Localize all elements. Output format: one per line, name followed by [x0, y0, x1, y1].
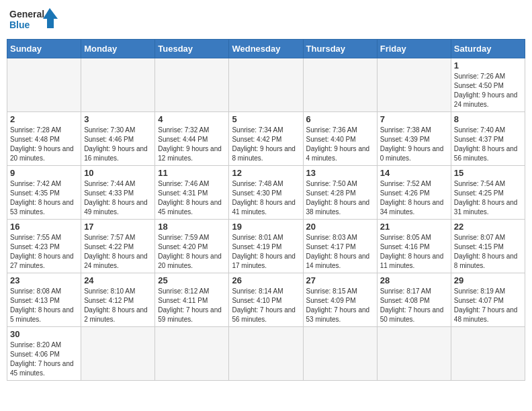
- day-info: Sunrise: 7:50 AM Sunset: 4:28 PM Dayligh…: [306, 179, 374, 217]
- day-info: Sunrise: 8:03 AM Sunset: 4:17 PM Dayligh…: [306, 233, 374, 271]
- calendar-cell: 9Sunrise: 7:42 AM Sunset: 4:35 PM Daylig…: [7, 166, 81, 220]
- calendar-body: 1Sunrise: 7:26 AM Sunset: 4:50 PM Daylig…: [7, 58, 525, 381]
- day-number: 2: [10, 114, 78, 124]
- day-number: 12: [232, 168, 300, 178]
- day-number: 1: [454, 60, 522, 71]
- header-day: Friday: [377, 40, 451, 58]
- day-number: 24: [84, 275, 152, 285]
- day-number: 18: [158, 222, 226, 232]
- calendar-cell: 25Sunrise: 8:12 AM Sunset: 4:11 PM Dayli…: [155, 273, 229, 327]
- calendar-cell: [303, 58, 377, 112]
- day-number: 29: [454, 275, 522, 285]
- calendar-cell: 30Sunrise: 8:20 AM Sunset: 4:06 PM Dayli…: [7, 327, 81, 381]
- calendar-cell: 18Sunrise: 7:59 AM Sunset: 4:20 PM Dayli…: [155, 220, 229, 273]
- calendar-cell: 26Sunrise: 8:14 AM Sunset: 4:10 PM Dayli…: [229, 273, 303, 327]
- calendar-cell: 17Sunrise: 7:57 AM Sunset: 4:22 PM Dayli…: [81, 220, 155, 273]
- day-number: 26: [232, 275, 300, 285]
- day-number: 21: [380, 222, 448, 232]
- svg-text:General: General: [9, 9, 44, 19]
- calendar-week: 23Sunrise: 8:08 AM Sunset: 4:13 PM Dayli…: [7, 273, 525, 327]
- day-number: 19: [232, 222, 300, 232]
- calendar-cell: 29Sunrise: 8:19 AM Sunset: 4:07 PM Dayli…: [451, 273, 525, 327]
- calendar-week: 30Sunrise: 8:20 AM Sunset: 4:06 PM Dayli…: [7, 327, 525, 381]
- day-info: Sunrise: 7:57 AM Sunset: 4:22 PM Dayligh…: [84, 233, 152, 271]
- day-info: Sunrise: 7:44 AM Sunset: 4:33 PM Dayligh…: [84, 179, 152, 217]
- calendar-cell: 16Sunrise: 7:55 AM Sunset: 4:23 PM Dayli…: [7, 220, 81, 273]
- day-info: Sunrise: 8:07 AM Sunset: 4:15 PM Dayligh…: [454, 233, 522, 271]
- day-info: Sunrise: 7:42 AM Sunset: 4:35 PM Dayligh…: [10, 179, 78, 217]
- calendar-cell: [155, 327, 229, 381]
- calendar-cell: 15Sunrise: 7:54 AM Sunset: 4:25 PM Dayli…: [451, 166, 525, 220]
- calendar-cell: 5Sunrise: 7:34 AM Sunset: 4:42 PM Daylig…: [229, 112, 303, 166]
- calendar-cell: 6Sunrise: 7:36 AM Sunset: 4:40 PM Daylig…: [303, 112, 377, 166]
- calendar-cell: 7Sunrise: 7:38 AM Sunset: 4:39 PM Daylig…: [377, 112, 451, 166]
- calendar-cell: 27Sunrise: 8:15 AM Sunset: 4:09 PM Dayli…: [303, 273, 377, 327]
- day-info: Sunrise: 7:30 AM Sunset: 4:46 PM Dayligh…: [84, 126, 152, 163]
- day-info: Sunrise: 7:38 AM Sunset: 4:39 PM Dayligh…: [380, 126, 448, 163]
- day-number: 4: [158, 114, 226, 124]
- calendar-cell: 3Sunrise: 7:30 AM Sunset: 4:46 PM Daylig…: [81, 112, 155, 166]
- header-day: Tuesday: [155, 40, 229, 58]
- day-info: Sunrise: 8:10 AM Sunset: 4:12 PM Dayligh…: [84, 287, 152, 324]
- header: GeneralBlue: [7, 7, 525, 34]
- day-info: Sunrise: 8:15 AM Sunset: 4:09 PM Dayligh…: [306, 287, 374, 324]
- calendar-cell: [229, 58, 303, 112]
- day-info: Sunrise: 8:08 AM Sunset: 4:13 PM Dayligh…: [10, 287, 78, 324]
- day-info: Sunrise: 7:54 AM Sunset: 4:25 PM Dayligh…: [454, 179, 522, 217]
- day-info: Sunrise: 8:17 AM Sunset: 4:08 PM Dayligh…: [380, 287, 448, 324]
- day-info: Sunrise: 8:01 AM Sunset: 4:19 PM Dayligh…: [232, 233, 300, 271]
- day-number: 17: [84, 222, 152, 232]
- day-info: Sunrise: 7:55 AM Sunset: 4:23 PM Dayligh…: [10, 233, 78, 271]
- calendar-cell: 2Sunrise: 7:28 AM Sunset: 4:48 PM Daylig…: [7, 112, 81, 166]
- calendar-week: 16Sunrise: 7:55 AM Sunset: 4:23 PM Dayli…: [7, 220, 525, 273]
- day-info: Sunrise: 7:46 AM Sunset: 4:31 PM Dayligh…: [158, 179, 226, 217]
- calendar: SundayMondayTuesdayWednesdayThursdayFrid…: [7, 39, 525, 381]
- calendar-cell: 24Sunrise: 8:10 AM Sunset: 4:12 PM Dayli…: [81, 273, 155, 327]
- day-number: 11: [158, 168, 226, 178]
- day-info: Sunrise: 7:52 AM Sunset: 4:26 PM Dayligh…: [380, 179, 448, 217]
- day-info: Sunrise: 7:26 AM Sunset: 4:50 PM Dayligh…: [454, 72, 522, 109]
- logo: GeneralBlue: [9, 7, 63, 34]
- header-day: Saturday: [451, 40, 525, 58]
- day-info: Sunrise: 7:36 AM Sunset: 4:40 PM Dayligh…: [306, 126, 374, 163]
- calendar-cell: 28Sunrise: 8:17 AM Sunset: 4:08 PM Dayli…: [377, 273, 451, 327]
- day-info: Sunrise: 8:12 AM Sunset: 4:11 PM Dayligh…: [158, 287, 226, 324]
- header-day: Thursday: [303, 40, 377, 58]
- calendar-cell: [377, 327, 451, 381]
- calendar-cell: 20Sunrise: 8:03 AM Sunset: 4:17 PM Dayli…: [303, 220, 377, 273]
- day-number: 25: [158, 275, 226, 285]
- calendar-cell: 21Sunrise: 8:05 AM Sunset: 4:16 PM Dayli…: [377, 220, 451, 273]
- calendar-cell: 19Sunrise: 8:01 AM Sunset: 4:19 PM Dayli…: [229, 220, 303, 273]
- calendar-cell: [229, 327, 303, 381]
- day-number: 22: [454, 222, 522, 232]
- day-info: Sunrise: 8:14 AM Sunset: 4:10 PM Dayligh…: [232, 287, 300, 324]
- day-number: 30: [10, 329, 78, 339]
- calendar-cell: [81, 327, 155, 381]
- day-number: 20: [306, 222, 374, 232]
- day-number: 5: [232, 114, 300, 124]
- calendar-cell: 12Sunrise: 7:48 AM Sunset: 4:30 PM Dayli…: [229, 166, 303, 220]
- calendar-cell: 11Sunrise: 7:46 AM Sunset: 4:31 PM Dayli…: [155, 166, 229, 220]
- logo-icon: GeneralBlue: [9, 7, 63, 34]
- day-number: 10: [84, 168, 152, 178]
- header-row: SundayMondayTuesdayWednesdayThursdayFrid…: [7, 40, 525, 58]
- header-day: Sunday: [7, 40, 81, 58]
- day-info: Sunrise: 7:40 AM Sunset: 4:37 PM Dayligh…: [454, 126, 522, 163]
- day-info: Sunrise: 7:32 AM Sunset: 4:44 PM Dayligh…: [158, 126, 226, 163]
- calendar-cell: 14Sunrise: 7:52 AM Sunset: 4:26 PM Dayli…: [377, 166, 451, 220]
- day-info: Sunrise: 8:05 AM Sunset: 4:16 PM Dayligh…: [380, 233, 448, 271]
- day-number: 23: [10, 275, 78, 285]
- calendar-cell: [303, 327, 377, 381]
- day-info: Sunrise: 7:59 AM Sunset: 4:20 PM Dayligh…: [158, 233, 226, 271]
- day-number: 7: [380, 114, 448, 124]
- calendar-header: SundayMondayTuesdayWednesdayThursdayFrid…: [7, 40, 525, 58]
- day-number: 9: [10, 168, 78, 178]
- day-info: Sunrise: 7:28 AM Sunset: 4:48 PM Dayligh…: [10, 126, 78, 163]
- day-number: 3: [84, 114, 152, 124]
- header-day: Wednesday: [229, 40, 303, 58]
- calendar-cell: [377, 58, 451, 112]
- day-number: 27: [306, 275, 374, 285]
- day-number: 13: [306, 168, 374, 178]
- svg-marker-2: [43, 8, 58, 28]
- calendar-cell: 8Sunrise: 7:40 AM Sunset: 4:37 PM Daylig…: [451, 112, 525, 166]
